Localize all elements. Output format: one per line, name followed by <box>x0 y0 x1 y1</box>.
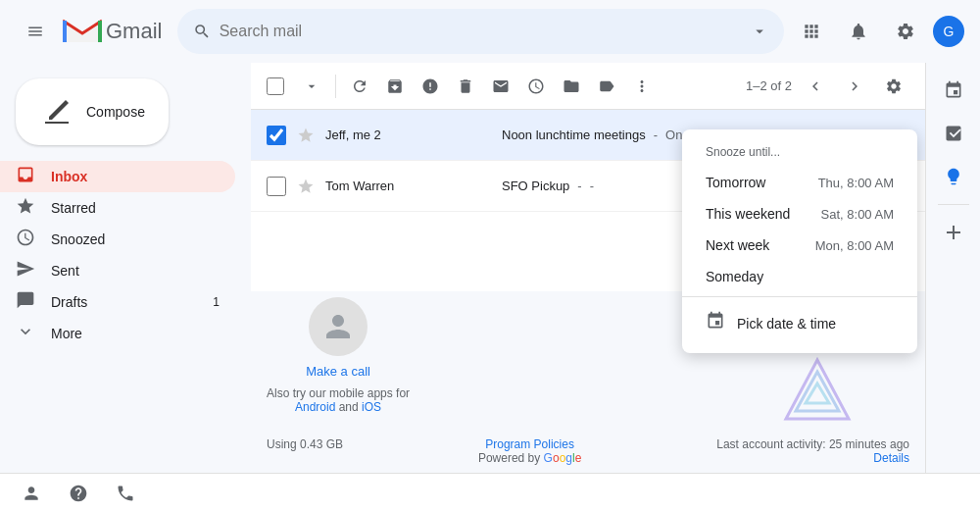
settings-gear-button[interactable] <box>878 71 909 102</box>
snooze-button[interactable] <box>520 71 552 102</box>
svg-rect-3 <box>45 122 69 124</box>
select-all-dropdown[interactable] <box>296 71 327 102</box>
storage-text: Using 0.43 GB <box>267 437 343 465</box>
settings-icon[interactable] <box>886 12 925 51</box>
right-sidebar-keep[interactable] <box>934 157 973 196</box>
email-checkbox-1[interactable] <box>267 126 286 145</box>
paging-info: 1–2 of 2 <box>746 71 909 102</box>
google-text: G <box>544 451 553 465</box>
notifications-icon[interactable] <box>839 12 878 51</box>
gmail-logo: Gmail <box>63 17 162 46</box>
report-spam-button[interactable] <box>415 71 446 102</box>
snooze-time-weekend: Sat, 8:00 AM <box>821 207 894 222</box>
snooze-item-tomorrow[interactable]: Tomorrow Thu, 8:00 AM <box>682 167 917 198</box>
sidebar-item-inbox[interactable]: Inbox <box>0 161 235 192</box>
right-sidebar-tasks[interactable] <box>934 114 973 153</box>
pick-datetime-label: Pick date & time <box>737 316 836 332</box>
right-sidebar-calendar[interactable] <box>934 71 973 110</box>
last-activity-text: Last account activity: 25 minutes ago <box>716 437 909 451</box>
more-actions-button[interactable] <box>626 71 658 102</box>
drafts-badge: 1 <box>213 295 220 309</box>
sidebar-item-drafts[interactable]: Drafts 1 <box>0 286 235 318</box>
sent-icon <box>16 259 35 283</box>
sidebar-item-snoozed[interactable]: Snoozed <box>0 224 235 255</box>
svg-rect-0 <box>63 21 67 42</box>
user-avatar[interactable]: G <box>933 16 964 47</box>
sent-label: Sent <box>51 263 220 279</box>
archive-button[interactable] <box>379 71 411 102</box>
right-sidebar-add[interactable] <box>934 213 973 252</box>
snooze-time-nextweek: Mon, 8:00 AM <box>815 238 894 253</box>
snoozed-icon <box>16 228 35 252</box>
snooze-item-nextweek[interactable]: Next week Mon, 8:00 AM <box>682 230 917 261</box>
and-text: and <box>339 400 359 414</box>
delete-button[interactable] <box>450 71 481 102</box>
right-sidebar <box>925 63 980 473</box>
sidebar: Compose Inbox Starred Snoozed Sent <box>0 63 251 473</box>
move-to-button[interactable] <box>556 71 587 102</box>
label-button[interactable] <box>591 71 622 102</box>
topbar-right: G <box>792 12 964 51</box>
toolbar-separator-1 <box>335 75 336 98</box>
next-page-button[interactable] <box>839 71 870 102</box>
snooze-pick-datetime[interactable]: Pick date & time <box>682 301 917 345</box>
select-all-checkbox[interactable] <box>267 77 284 95</box>
status-help-icon[interactable] <box>63 478 94 509</box>
email-subject-1: Noon lunchtime meetings <box>502 128 646 142</box>
email-sender-1: Jeff, me 2 <box>325 128 502 142</box>
mark-unread-button[interactable] <box>485 71 516 102</box>
status-bar <box>0 473 980 512</box>
starred-label: Starred <box>51 200 220 216</box>
refresh-button[interactable] <box>344 71 375 102</box>
calendar-icon <box>706 311 725 335</box>
snooze-time-tomorrow: Thu, 8:00 AM <box>818 176 894 190</box>
policies-link[interactable]: Program Policies <box>485 437 574 451</box>
apps-icon[interactable] <box>792 12 831 51</box>
ios-link[interactable]: iOS <box>362 400 381 414</box>
compose-icon <box>39 94 74 129</box>
footer-right: Last account activity: 25 minutes ago De… <box>716 437 909 465</box>
search-icon <box>193 22 211 41</box>
snoozed-label: Snoozed <box>51 231 220 247</box>
search-input[interactable] <box>220 23 743 40</box>
more-label: More <box>51 326 220 341</box>
footer: Using 0.43 GB Program Policies Powered b… <box>251 430 925 473</box>
snooze-item-someday[interactable]: Someday <box>682 261 917 292</box>
compose-button[interactable]: Compose <box>16 78 169 145</box>
footer-center: Program Policies Powered by Google <box>478 437 581 465</box>
snooze-label-weekend: This weekend <box>706 206 790 222</box>
email-sender-2: Tom Warren <box>325 179 502 193</box>
snooze-item-weekend[interactable]: This weekend Sat, 8:00 AM <box>682 198 917 230</box>
right-sidebar-divider <box>938 204 969 205</box>
snooze-divider <box>682 296 917 297</box>
status-phone-icon[interactable] <box>110 478 141 509</box>
search-bar[interactable] <box>177 9 784 54</box>
details-link[interactable]: Details <box>873 451 909 465</box>
prev-page-button[interactable] <box>800 71 831 102</box>
more-icon <box>16 322 35 346</box>
sidebar-item-sent[interactable]: Sent <box>0 255 235 286</box>
compose-label: Compose <box>86 104 145 120</box>
make-call-link[interactable]: Make a call <box>306 364 370 379</box>
search-dropdown-icon[interactable] <box>751 22 768 41</box>
snooze-label-nextweek: Next week <box>706 237 769 253</box>
gmail-label: Gmail <box>106 19 162 44</box>
drafts-label: Drafts <box>51 294 197 310</box>
status-person-icon[interactable] <box>16 478 47 509</box>
menu-icon[interactable] <box>16 12 55 51</box>
email-subject-2: SFO Pickup <box>502 179 569 193</box>
paging-text: 1–2 of 2 <box>746 78 792 93</box>
triangle-watermark <box>778 352 857 434</box>
starred-icon <box>16 196 35 221</box>
star-button-1[interactable] <box>294 124 318 147</box>
main-layout: Compose Inbox Starred Snoozed Sent <box>0 63 980 473</box>
email-checkbox-2[interactable] <box>267 177 286 196</box>
phone-section: Make a call Also try our mobile apps for… <box>267 297 410 414</box>
star-button-2[interactable] <box>294 175 318 198</box>
android-link[interactable]: Android <box>295 400 335 414</box>
inbox-label: Inbox <box>51 169 220 184</box>
sidebar-item-more[interactable]: More <box>0 318 235 349</box>
mobile-text-prefix: Also try our mobile apps for <box>267 386 410 400</box>
sidebar-item-starred[interactable]: Starred <box>0 192 235 224</box>
inbox-icon <box>16 165 35 189</box>
